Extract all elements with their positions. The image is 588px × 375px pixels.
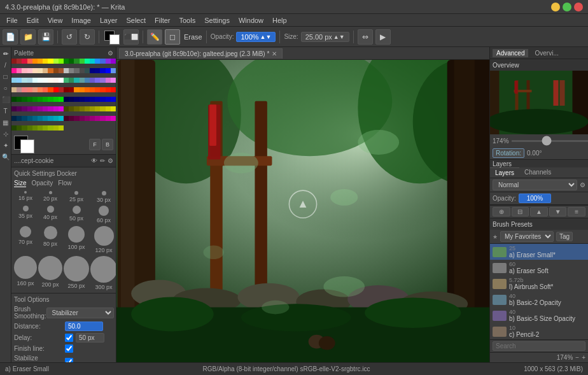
qs-tab-flow[interactable]: Flow xyxy=(58,180,71,187)
layer-add-button[interactable]: ⊕ xyxy=(493,207,510,216)
palette-color-cell[interactable] xyxy=(22,59,27,64)
palette-color-cell[interactable] xyxy=(106,59,111,64)
palette-color-cell[interactable] xyxy=(100,106,105,111)
palette-color-cell[interactable] xyxy=(48,97,53,102)
palette-color-cell[interactable] xyxy=(90,106,95,111)
palette-color-cell[interactable] xyxy=(53,68,59,73)
palette-color-cell[interactable] xyxy=(106,68,111,73)
redo-button[interactable]: ↻ xyxy=(80,29,95,45)
palette-color-cell[interactable] xyxy=(106,106,111,111)
palette-color-cell[interactable] xyxy=(27,59,32,64)
brush-size-item[interactable]: 40 px xyxy=(38,204,62,223)
palette-color-cell[interactable] xyxy=(11,97,17,102)
menu-tools[interactable]: Tools xyxy=(176,15,200,25)
palette-color-cell[interactable] xyxy=(80,68,85,73)
palette-color-cell[interactable] xyxy=(48,78,53,83)
close-button[interactable] xyxy=(574,3,583,11)
palette-color-cell[interactable] xyxy=(111,97,116,102)
undo-button[interactable]: ↺ xyxy=(62,29,77,45)
palette-color-cell[interactable] xyxy=(48,87,53,92)
menu-help[interactable]: Help xyxy=(269,15,291,25)
brush-size-item[interactable]: 80 px xyxy=(38,225,62,253)
brush-size-item[interactable]: 50 px xyxy=(64,204,89,223)
palette-color-cell[interactable] xyxy=(53,87,59,92)
tool-line[interactable]: / xyxy=(1,60,11,70)
palette-color-cell[interactable] xyxy=(90,78,95,83)
palette-color-cell[interactable] xyxy=(32,78,38,83)
palette-color-cell[interactable] xyxy=(38,125,43,131)
palette-color-cell[interactable] xyxy=(17,68,22,73)
palette-color-cell[interactable] xyxy=(74,97,79,102)
palette-color-cell[interactable] xyxy=(64,116,69,121)
palette-color-cell[interactable] xyxy=(48,106,53,111)
palette-color-cell[interactable] xyxy=(22,116,27,121)
stabilize-sensors-checkbox[interactable] xyxy=(65,358,73,363)
palette-settings-icon[interactable]: ⚙ xyxy=(108,50,113,57)
palette-color-cell[interactable] xyxy=(43,106,48,111)
tool-fill[interactable]: ⬛ xyxy=(1,94,11,104)
palette-color-cell[interactable] xyxy=(90,59,95,64)
palette-color-cell[interactable] xyxy=(85,78,90,83)
palette-color-cell[interactable] xyxy=(11,59,17,64)
palette-color-cell[interactable] xyxy=(85,116,90,121)
palette-color-cell[interactable] xyxy=(22,106,27,111)
save-button[interactable]: 💾 xyxy=(38,29,53,45)
palette-color-cell[interactable] xyxy=(95,106,100,111)
color-mode-button[interactable]: ⬛⬜ xyxy=(123,29,139,45)
menu-image[interactable]: Image xyxy=(67,15,95,25)
qs-tab-opacity[interactable]: Opacity xyxy=(31,180,53,187)
palette-color-cell[interactable] xyxy=(11,116,17,121)
palette-color-cell[interactable] xyxy=(85,97,90,102)
erase-mode-button[interactable]: ◻ xyxy=(165,29,180,45)
palette-color-cell[interactable] xyxy=(53,125,59,131)
palette-color-cell[interactable] xyxy=(100,78,105,83)
palette-color-cell[interactable] xyxy=(111,106,116,111)
brush-preset-item[interactable]: 10c) Pencil-2 xyxy=(490,323,588,339)
palette-color-cell[interactable] xyxy=(59,97,64,102)
layer-up-button[interactable]: ▲ xyxy=(530,207,548,216)
palette-color-cell[interactable] xyxy=(74,116,79,121)
palette-color-cell[interactable] xyxy=(22,125,27,131)
brush-smoothing-select[interactable]: Stabilizer Basic Smoothing None xyxy=(46,308,114,318)
palette-color-cell[interactable] xyxy=(90,87,95,92)
palette-color-cell[interactable] xyxy=(90,97,95,102)
layers-tab-layers[interactable]: Layers xyxy=(490,167,519,178)
palette-color-cell[interactable] xyxy=(80,87,85,92)
layer-down-button[interactable]: ▼ xyxy=(549,207,567,216)
palette-color-cell[interactable] xyxy=(69,97,74,102)
brush-size-item[interactable]: 70 px xyxy=(14,225,37,253)
brush-size-item[interactable]: 16 px xyxy=(14,190,37,203)
palette-color-cell[interactable] xyxy=(59,116,64,121)
brush-size-item[interactable]: 250 px xyxy=(64,255,89,290)
palette-color-cell[interactable] xyxy=(53,59,59,64)
palette-color-cell[interactable] xyxy=(43,97,48,102)
palette-color-cell[interactable] xyxy=(74,68,79,73)
delay-checkbox[interactable] xyxy=(65,334,73,342)
canvas-tab-close[interactable]: ✕ xyxy=(272,50,277,57)
zoom-slider[interactable] xyxy=(512,140,588,142)
play-button[interactable]: ▶ xyxy=(375,29,391,45)
palette-color-cell[interactable] xyxy=(43,87,48,92)
brush-preset-item[interactable]: 40b) Basic-5 Size Opacity xyxy=(490,308,588,323)
opacity-stepper[interactable]: ▲▼ xyxy=(260,34,272,40)
maximize-button[interactable] xyxy=(563,3,571,11)
palette-color-cell[interactable] xyxy=(38,87,43,92)
tool-zoom[interactable]: 🔍 xyxy=(1,152,11,162)
palette-color-cell[interactable] xyxy=(38,78,43,83)
palette-color-cell[interactable] xyxy=(59,78,64,83)
menu-edit[interactable]: Edit xyxy=(23,15,43,25)
palette-color-cell[interactable] xyxy=(11,125,17,131)
palette-color-cell[interactable] xyxy=(80,59,85,64)
palette-color-cell[interactable] xyxy=(22,78,27,83)
palette-color-cell[interactable] xyxy=(111,87,116,92)
palette-color-cell[interactable] xyxy=(64,68,69,73)
palette-color-cell[interactable] xyxy=(11,87,17,92)
brush-size-item[interactable]: 100 px xyxy=(64,225,89,253)
brush-size-item[interactable]: 200 px xyxy=(38,255,62,290)
palette-color-cell[interactable] xyxy=(80,78,85,83)
palette-color-cell[interactable] xyxy=(100,59,105,64)
palette-color-cell[interactable] xyxy=(85,106,90,111)
palette-color-cell[interactable] xyxy=(43,59,48,64)
palette-color-cell[interactable] xyxy=(95,68,100,73)
tool-rect[interactable]: □ xyxy=(1,71,11,81)
